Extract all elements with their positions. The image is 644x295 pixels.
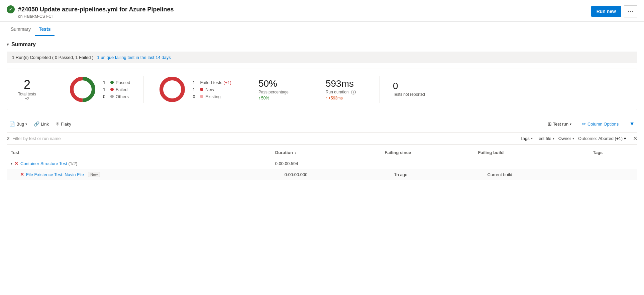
run-duration-stat: 593ms Run duration i ↑ +593ms: [326, 78, 366, 101]
test-run-icon: ⊞: [548, 121, 552, 127]
pass-percentage-diff: ↑ 50%: [258, 96, 299, 100]
toolbar-right: ⊞ Test run ▾ ✏ Column Options ▼: [545, 120, 637, 128]
test-name-link[interactable]: File Existence Test: Navin File: [26, 172, 84, 177]
error-status-icon: ✕: [20, 172, 24, 177]
run-duration-diff: ↑ +593ms: [326, 96, 366, 100]
link-button[interactable]: 🔗 Link: [31, 120, 51, 128]
filter-input-placeholder[interactable]: Filter by test or run name: [12, 136, 61, 141]
success-icon: ✓: [7, 5, 15, 13]
table-body: ▾ ✕ Container Structure Test (1/2) 0:00:…: [7, 158, 637, 180]
pass-percentage-stat: 50% Pass percentage ↑ 50%: [258, 78, 299, 100]
tab-tests[interactable]: Tests: [35, 23, 55, 36]
passed-legend-item: 1 Passed: [103, 80, 130, 85]
toolbar-left: 📄 Bug ▾ 🔗 Link ✳ Flaky: [7, 120, 74, 128]
banner-text: 1 Run(s) Completed ( 0 Passed, 1 Failed …: [12, 55, 94, 60]
passed-dot: [110, 81, 114, 84]
divider-1: [54, 76, 54, 103]
page-header: ✓ #24050 Update azure-pipelines.yml for …: [0, 0, 644, 36]
existing-dot: [200, 95, 203, 98]
failed-dot: [110, 88, 114, 91]
run-new-button[interactable]: Run new: [591, 6, 621, 17]
col-tags: Tags: [589, 147, 637, 158]
header-content: ✓ #24050 Update azure-pipelines.yml for …: [0, 0, 644, 22]
filter-right: Tags ▾ Test file ▾ Owner ▾ Outcome: Abor…: [520, 135, 637, 142]
col-failing-since: Failing since: [381, 147, 474, 158]
table-row: ✕ File Existence Test: Navin File New 0:…: [7, 169, 637, 180]
total-tests-count: 2: [14, 78, 40, 92]
total-tests-diff: +2: [14, 96, 40, 101]
tests-not-reported-stat: 0 Tests not reported: [393, 81, 433, 98]
tab-summary[interactable]: Summary: [7, 23, 35, 36]
col-duration[interactable]: Duration ↓: [271, 147, 381, 158]
banner-link[interactable]: 1 unique failing test in the last 14 day…: [97, 55, 171, 60]
test-name-link[interactable]: Container Structure Test (1/2): [20, 161, 77, 166]
filter-bar: ⧖ Filter by test or run name Tags ▾ Test…: [7, 132, 637, 145]
tests-not-reported-value: 0: [393, 81, 433, 91]
filter-funnel-left-icon: ⧖: [7, 136, 10, 141]
flaky-icon: ✳: [56, 121, 60, 127]
table-header: Test Duration ↓ Failing since Failing bu…: [7, 147, 637, 158]
column-options-button[interactable]: ✏ Column Options: [579, 120, 621, 128]
new-dot: [200, 88, 203, 91]
failed-tests-donut: [157, 74, 187, 104]
tests-toolbar: 📄 Bug ▾ 🔗 Link ✳ Flaky ⊞ Test run ▾ ✏ Co…: [7, 117, 637, 131]
existing-legend-item: 0 Existing: [193, 94, 231, 99]
table-header-row: Test Duration ↓ Failing since Failing bu…: [7, 147, 637, 158]
failing-build-cell: Current build: [474, 169, 589, 180]
total-tests-stat: 2 Total tests +2: [14, 78, 40, 101]
tags-chevron-icon: ▾: [531, 137, 533, 140]
duration-cell: 0:00:00.594: [271, 158, 381, 169]
summary-section-title: Summary: [11, 42, 36, 48]
bug-button[interactable]: 📄 Bug ▾: [7, 120, 30, 128]
column-options-icon: ✏: [582, 121, 586, 127]
run-duration-value: 593ms: [326, 78, 366, 89]
flaky-button[interactable]: ✳ Flaky: [53, 120, 74, 128]
test-name-cell: ✕ File Existence Test: Navin File New: [7, 169, 271, 180]
tags-cell: [589, 169, 637, 180]
divider-3: [245, 76, 245, 103]
run-duration-label: Run duration i: [326, 90, 366, 95]
failed-tests-section: 1 Failed tests (+1) 1 New 0 Existing: [157, 74, 231, 104]
bug-icon: 📄: [9, 121, 15, 127]
tab-nav: Summary Tests: [0, 23, 644, 36]
outcome-filter[interactable]: Outcome: Aborted (+1) ▾: [578, 136, 626, 141]
others-dot: [110, 95, 114, 98]
failing-since-cell: [381, 158, 474, 169]
pass-percentage-label: Pass percentage: [258, 90, 299, 94]
summary-section-header[interactable]: ▾ Summary: [7, 42, 637, 48]
test-file-filter[interactable]: Test file ▾: [537, 136, 554, 141]
passed-failed-donut: [68, 74, 98, 104]
owner-chevron-icon: ▾: [572, 137, 574, 140]
duration-cell: 0:00:00.000: [271, 169, 381, 180]
filter-left: ⧖ Filter by test or run name: [7, 136, 61, 141]
tags-filter[interactable]: Tags ▾: [520, 136, 532, 141]
link-icon: 🔗: [34, 121, 39, 127]
failing-since-cell: 1h ago: [381, 169, 474, 180]
more-options-button[interactable]: ⋯: [624, 5, 637, 17]
new-legend-item: 1 New: [193, 87, 231, 92]
owner-filter[interactable]: Owner ▾: [558, 136, 574, 141]
failed-tests-legend: 1 Failed tests (+1) 1 New 0 Existing: [193, 80, 231, 99]
failing-build-cell: [474, 158, 589, 169]
header-subtitle: on HalaRM-CST-CI: [18, 14, 637, 19]
new-badge: New: [88, 172, 100, 177]
failed-legend-item: 1 Failed: [103, 87, 130, 92]
test-name-cell: ▾ ✕ Container Structure Test (1/2): [7, 158, 271, 169]
divider-2: [143, 76, 144, 103]
filter-funnel-button[interactable]: ▼: [627, 120, 637, 128]
page-title: #24050 Update azure-pipelines.yml for Az…: [18, 6, 174, 13]
tests-table: Test Duration ↓ Failing since Failing bu…: [7, 147, 637, 180]
table-row: ▾ ✕ Container Structure Test (1/2) 0:00:…: [7, 158, 637, 169]
expand-icon[interactable]: ▾: [11, 162, 12, 165]
run-duration-info-icon[interactable]: i: [351, 90, 356, 94]
info-banner: 1 Run(s) Completed ( 0 Passed, 1 Failed …: [7, 52, 637, 63]
tags-cell: [589, 158, 637, 169]
filter-close-button[interactable]: ✕: [633, 135, 637, 142]
tests-not-reported-label: Tests not reported: [393, 92, 433, 97]
pass-percentage-value: 50%: [258, 78, 299, 89]
test-run-button[interactable]: ⊞ Test run ▾: [545, 120, 574, 128]
error-status-icon: ✕: [14, 161, 18, 166]
filter-funnel-icon: ▼: [629, 121, 635, 127]
duration-sort-icon: ↓: [294, 150, 296, 155]
divider-4: [312, 76, 312, 103]
